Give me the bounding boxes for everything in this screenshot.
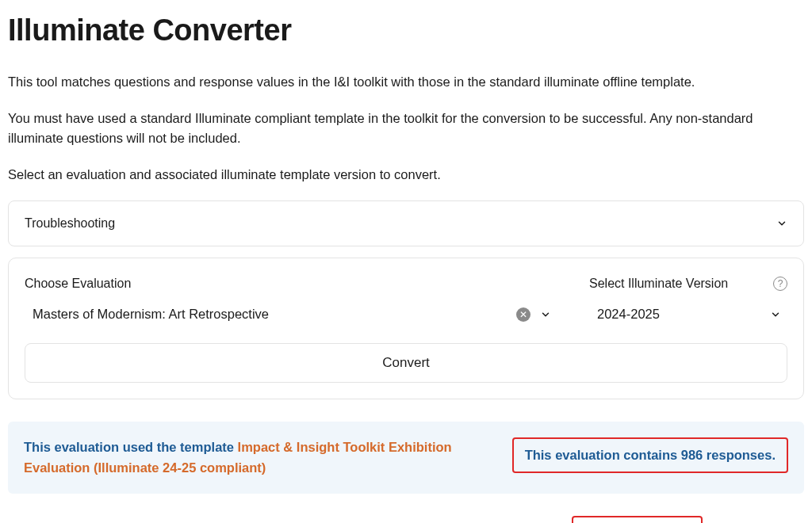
- evaluation-field: Choose Evaluation Masters of Modernism: …: [25, 274, 557, 327]
- download-csv-row: Download Quick Upload CSV Download a CSV…: [8, 516, 804, 523]
- version-value: 2024-2025: [597, 304, 760, 324]
- intro-p2: You must have used a standard Illuminate…: [8, 109, 804, 149]
- troubleshooting-accordion[interactable]: Troubleshooting: [8, 200, 804, 246]
- chevron-down-icon[interactable]: [770, 309, 781, 320]
- evaluation-label: Choose Evaluation: [25, 274, 131, 293]
- remaining-rows-badge: (303 remaining rows): [572, 516, 703, 523]
- convert-button[interactable]: Convert: [25, 343, 787, 383]
- accordion-label: Troubleshooting: [25, 214, 115, 233]
- intro-p1: This tool matches questions and response…: [8, 72, 804, 93]
- version-label: Select Illuminate Version: [589, 274, 728, 293]
- evaluation-select[interactable]: Masters of Modernism: Art Retrospective …: [25, 301, 557, 327]
- summary-prefix: This evaluation used the template: [24, 440, 238, 454]
- converter-form: Choose Evaluation Masters of Modernism: …: [8, 258, 804, 399]
- clear-icon[interactable]: ✕: [516, 307, 530, 322]
- chevron-down-icon: [776, 218, 787, 229]
- evaluation-value: Masters of Modernism: Art Retrospective: [33, 304, 507, 324]
- version-field: Select Illuminate Version ? 2024-2025: [589, 274, 787, 327]
- chevron-down-icon[interactable]: [540, 309, 551, 320]
- page-title: Illuminate Converter: [8, 8, 804, 53]
- intro-p3: Select an evaluation and associated illu…: [8, 165, 804, 185]
- help-icon[interactable]: ?: [773, 277, 787, 291]
- summary-box: This evaluation used the template Impact…: [8, 422, 804, 494]
- version-select[interactable]: 2024-2025: [589, 301, 787, 327]
- summary-template: This evaluation used the template Impact…: [24, 437, 488, 478]
- intro-text: This tool matches questions and response…: [8, 72, 804, 185]
- response-count-badge: This evaluation contains 986 responses.: [512, 437, 788, 473]
